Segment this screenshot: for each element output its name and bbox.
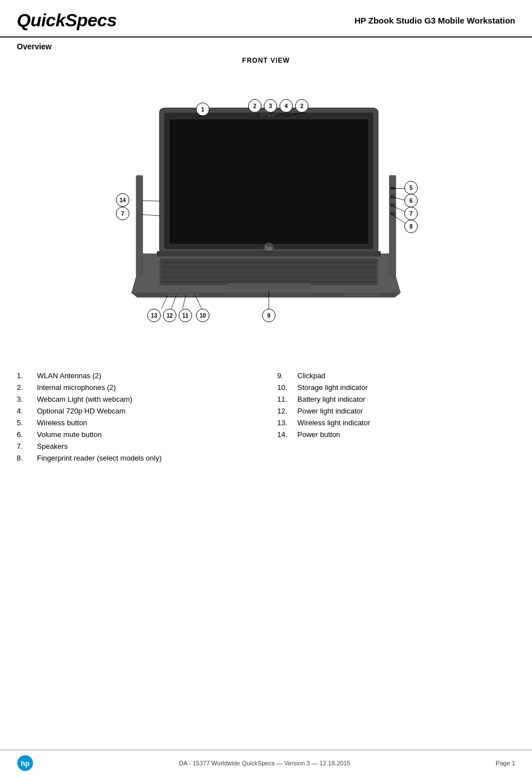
part-num-7: 7. (17, 442, 37, 450)
part-item-3: 3. Webcam Light (with webcam) (17, 395, 255, 403)
part-item-13: 13. Wireless light indicator (277, 419, 515, 427)
section-label: Overview (0, 38, 532, 51)
part-desc-10: Storage light indicator (297, 383, 368, 392)
part-num-6: 6. (17, 430, 37, 439)
callout-3: 3 (264, 99, 277, 113)
part-desc-12: Power light indicator (297, 407, 363, 415)
footer-doc-info: DA - 15377 Worldwide QuickSpecs — Versio… (179, 760, 350, 766)
part-item-2: 2. Internal microphones (2) (17, 383, 255, 392)
part-desc-5: Wireless button (37, 419, 87, 427)
callout-2b: 2 (295, 99, 309, 113)
part-num-9: 9. (277, 371, 297, 380)
svg-line-33 (142, 215, 160, 216)
part-num-14: 14. (277, 430, 297, 439)
svg-rect-2 (170, 119, 368, 244)
callout-8: 8 (404, 220, 418, 233)
callout-2a: 2 (248, 99, 262, 113)
part-item-4: 4. Optional 720p HD Webcam (17, 407, 255, 415)
part-num-10: 10. (277, 383, 297, 392)
callout-4: 4 (279, 99, 293, 113)
callout-6: 6 (404, 194, 418, 207)
callout-11: 11 (179, 309, 192, 322)
part-num-4: 4. (17, 407, 37, 415)
part-item-14: 14. Power button (277, 430, 515, 439)
part-desc-7: Speakers (37, 442, 68, 450)
svg-rect-20 (390, 212, 395, 215)
callout-5: 5 (404, 181, 418, 194)
part-desc-1: WLAN Antennas (2) (37, 371, 101, 380)
part-item-5: 5. Wireless button (17, 419, 255, 427)
part-num-5: 5. (17, 419, 37, 427)
svg-rect-13 (227, 284, 311, 290)
part-num-11: 11. (277, 395, 297, 403)
callout-12: 12 (163, 309, 176, 322)
part-item-7: 7. Speakers (17, 442, 255, 450)
callout-13: 13 (147, 309, 161, 322)
part-desc-14: Power button (297, 430, 340, 439)
parts-col-left: 1. WLAN Antennas (2) 2. Internal microph… (17, 371, 255, 462)
footer: hp DA - 15377 Worldwide QuickSpecs — Ver… (0, 750, 532, 776)
svg-rect-22 (157, 251, 381, 257)
part-num-3: 3. (17, 395, 37, 403)
callout-10: 10 (196, 309, 209, 322)
part-desc-9: Clickpad (297, 371, 325, 380)
part-desc-4: Optional 720p HD Webcam (37, 407, 125, 415)
part-num-12: 12. (277, 407, 297, 415)
app-title: QuickSpecs (17, 10, 116, 31)
part-item-12: 12. Power light indicator (277, 407, 515, 415)
view-label: FRONT VIEW (242, 57, 290, 64)
svg-rect-9 (162, 266, 375, 269)
diagram-area: FRONT VIEW hp (0, 51, 532, 355)
part-item-11: 11. Battery light indicator (277, 395, 515, 403)
part-item-9: 9. Clickpad (277, 371, 515, 380)
footer-page: Page 1 (496, 760, 515, 766)
part-item-6: 6. Volume mute button (17, 430, 255, 439)
part-item-1: 1. WLAN Antennas (2) (17, 371, 255, 380)
part-num-13: 13. (277, 419, 297, 427)
svg-rect-15 (344, 294, 378, 296)
part-num-1: 1. (17, 371, 37, 380)
part-desc-13: Wireless light indicator (297, 419, 370, 427)
svg-text:hp: hp (265, 245, 272, 252)
part-desc-2: Internal microphones (2) (37, 383, 116, 392)
part-num-2: 2. (17, 383, 37, 392)
part-desc-8: Fingerprint reader (select models only) (37, 454, 162, 462)
svg-rect-10 (162, 271, 375, 274)
hp-logo: hp (17, 755, 34, 772)
callout-7: 7 (404, 207, 418, 220)
svg-rect-16 (389, 175, 396, 276)
part-desc-3: Webcam Light (with webcam) (37, 395, 132, 403)
svg-rect-12 (162, 281, 375, 283)
callout-1: 1 (196, 103, 209, 116)
header: QuickSpecs HP Zbook Studio G3 Mobile Wor… (0, 0, 532, 38)
part-desc-11: Battery light indicator (297, 395, 365, 403)
callout-9: 9 (262, 309, 276, 322)
svg-line-32 (142, 201, 160, 201)
part-item-8: 8. Fingerprint reader (select models onl… (17, 454, 255, 462)
callout-7b: 7 (116, 207, 129, 220)
part-item-10: 10. Storage light indicator (277, 383, 515, 392)
parts-col-right: 9. Clickpad 10. Storage light indicator … (277, 371, 515, 462)
part-desc-6: Volume mute button (37, 430, 102, 439)
part-num-8: 8. (17, 454, 37, 462)
svg-rect-14 (165, 294, 199, 296)
callout-14: 14 (116, 193, 129, 207)
svg-rect-21 (136, 175, 143, 276)
product-title: HP Zbook Studio G3 Mobile Workstation (354, 16, 515, 25)
svg-rect-8 (162, 261, 375, 264)
laptop-svg: hp (109, 75, 423, 343)
laptop-diagram: hp (109, 75, 423, 343)
svg-text:hp: hp (21, 759, 30, 768)
parts-list: 1. WLAN Antennas (2) 2. Internal microph… (0, 360, 532, 473)
svg-rect-11 (162, 276, 375, 279)
